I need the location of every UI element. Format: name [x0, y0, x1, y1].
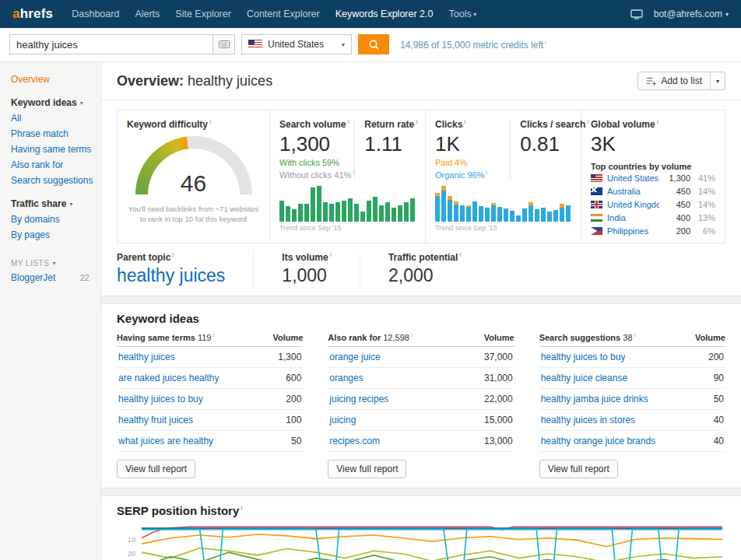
info-icon: i	[209, 118, 211, 125]
keyword-link[interactable]: healthy orange juice brands	[541, 436, 655, 446]
keyword-volume: 40	[714, 436, 724, 446]
flag-us-icon	[248, 40, 262, 49]
volume-bar	[317, 186, 321, 222]
keyword-link[interactable]: oranges	[329, 373, 363, 383]
keyword-link[interactable]: healthy juices in stores	[541, 415, 635, 425]
country-link[interactable]: Australia	[607, 187, 659, 196]
keyword-link[interactable]: healthy juices	[118, 352, 175, 362]
account-email: bot@ahrefs.com	[654, 9, 722, 19]
volume-header: Volume	[272, 333, 303, 342]
keyword-link[interactable]: orange juice	[329, 352, 380, 362]
sidebar-item-traffic-share[interactable]: Traffic share▾	[0, 196, 100, 212]
country-link[interactable]: United Kingdom	[607, 200, 659, 209]
keyword-table-having-same-terms: Having same terms 119iVolumehealthy juic…	[117, 331, 303, 478]
sidebar-item-my-lists[interactable]: MY LISTS▾	[0, 257, 100, 270]
parent-topic-link[interactable]: healthy juices	[117, 265, 225, 286]
keyword-link[interactable]: healthy juices to buy	[118, 394, 203, 404]
keyword-link[interactable]: recipes.com	[329, 436, 380, 446]
search-button[interactable]	[358, 34, 389, 54]
organic-segment	[510, 211, 514, 222]
nav-item-dashboard[interactable]: Dashboard	[72, 9, 119, 19]
nav-item-content-explorer[interactable]: Content Explorer	[247, 9, 320, 19]
keyword-link[interactable]: are naked juices healthy	[118, 373, 219, 383]
keyword-link[interactable]: healthy fruit juices	[118, 415, 193, 425]
its-volume-cell: Its volumei 1,000	[282, 251, 360, 286]
account-menu[interactable]: bot@ahrefs.com ▾	[654, 9, 729, 19]
organic-segment	[522, 208, 527, 222]
organic-segment	[466, 207, 471, 221]
sidebar-item-label: Search suggestions	[11, 175, 93, 186]
info-icon: i	[459, 251, 461, 258]
country-share: 6%	[695, 226, 715, 236]
search-input-group	[9, 34, 235, 54]
keyword-row: oranges31,000	[328, 368, 514, 389]
table-title-group: Search suggestions 38i	[539, 331, 636, 342]
keyboard-button[interactable]	[213, 34, 235, 54]
academy-icon[interactable]	[630, 9, 643, 19]
sidebar-item-label: BloggerJet	[11, 272, 55, 283]
sidebar-item-having-same-terms[interactable]: Having same terms	[0, 142, 100, 157]
keyword-link[interactable]: healthy juices to buy	[541, 352, 626, 362]
organic-segment	[504, 208, 508, 222]
keyword-volume: 200	[286, 394, 301, 404]
logo-rest: hrefs	[20, 6, 54, 21]
table-header: Search suggestions 38iVolume	[539, 331, 725, 347]
table-title-group: Having same terms 119i	[117, 331, 214, 342]
keyword-link[interactable]: healthy jamba juice drinks	[541, 394, 648, 404]
organic-segment	[454, 205, 458, 222]
clicks-bar	[516, 186, 521, 222]
sidebar-item-phrase-match[interactable]: Phrase match	[0, 126, 100, 142]
country-link[interactable]: India	[607, 213, 659, 222]
keyword-link[interactable]: juicing recipes	[329, 394, 388, 404]
global-volume-panel: Global volumei 3K Top countries by volum…	[581, 110, 725, 243]
add-to-list-main[interactable]: Add to list	[638, 72, 710, 89]
view-full-report-button[interactable]: View full report	[328, 460, 406, 478]
chevron-down-icon: ▾	[716, 78, 719, 85]
keyword-volume: 15,000	[484, 415, 513, 425]
sidebar-item-bloggerjet[interactable]: BloggerJet22	[0, 270, 100, 285]
country-link[interactable]: United States	[607, 173, 659, 183]
top-countries-label: Top countries by volume	[591, 162, 715, 171]
volume-header: Volume	[484, 333, 514, 342]
country-link[interactable]: Philippines	[607, 226, 659, 236]
clicks-trend: Trend since Sep '15	[435, 224, 571, 232]
ahrefs-logo[interactable]: ahrefs	[12, 6, 53, 22]
keyword-link[interactable]: juicing	[329, 415, 356, 425]
sidebar-item-also-rank-for[interactable]: Also rank for	[0, 157, 100, 173]
without-clicks: Without clicks 41%i	[279, 169, 354, 180]
keyword-ideas-section: Keyword ideas Having same terms 119iVolu…	[101, 304, 741, 488]
volume-bar	[329, 204, 334, 222]
keyword-link[interactable]: healthy juice cleanse	[541, 373, 627, 383]
nav-item-alerts[interactable]: Alerts	[135, 9, 160, 19]
add-to-list-caret[interactable]: ▾	[710, 72, 725, 89]
sidebar-item-search-suggestions[interactable]: Search suggestions	[0, 173, 100, 188]
nav-item-site-explorer[interactable]: Site Explorer	[175, 9, 231, 19]
flag-in-icon	[591, 214, 602, 222]
search-volume-trend: Trend since Sep '15	[279, 224, 416, 232]
view-full-report-button[interactable]: View full report	[539, 460, 618, 478]
view-full-report-button[interactable]: View full report	[117, 460, 195, 478]
nav-items: DashboardAlertsSite ExplorerContent Expl…	[72, 9, 476, 19]
sidebar-item-overview[interactable]: Overview	[0, 72, 100, 87]
country-row: Australia45014%	[591, 185, 715, 198]
clicks-bar	[441, 186, 446, 222]
clicks-bar	[566, 186, 571, 222]
sidebar-item-all[interactable]: All	[0, 110, 100, 126]
keyword-link[interactable]: what juices are healthy	[118, 436, 213, 446]
nav-item-keywords-explorer-2-0[interactable]: Keywords Explorer 2.0	[335, 9, 434, 19]
flag-ph-icon	[591, 227, 602, 235]
keyword-search-input[interactable]	[9, 34, 213, 54]
keyword-volume: 31,000	[484, 373, 513, 383]
keyword-table-search-suggestions: Search suggestions 38iVolumehealthy juic…	[539, 331, 725, 478]
sidebar-item-keyword-ideas[interactable]: Keyword ideas▾	[0, 95, 100, 110]
sidebar-item-by-pages[interactable]: By pages	[0, 227, 100, 243]
search-icon	[368, 39, 380, 51]
organic-segment	[448, 200, 452, 222]
country-select[interactable]: United States ▾	[241, 34, 352, 54]
volume-bar	[354, 204, 359, 222]
sidebar-item-by-domains[interactable]: By domains	[0, 212, 100, 227]
nav-item-tools[interactable]: Tools ▾	[448, 9, 476, 19]
clicks-bar	[435, 186, 440, 222]
volume-bar	[286, 206, 290, 221]
organic-clicks: Organic 96%i	[435, 169, 510, 180]
